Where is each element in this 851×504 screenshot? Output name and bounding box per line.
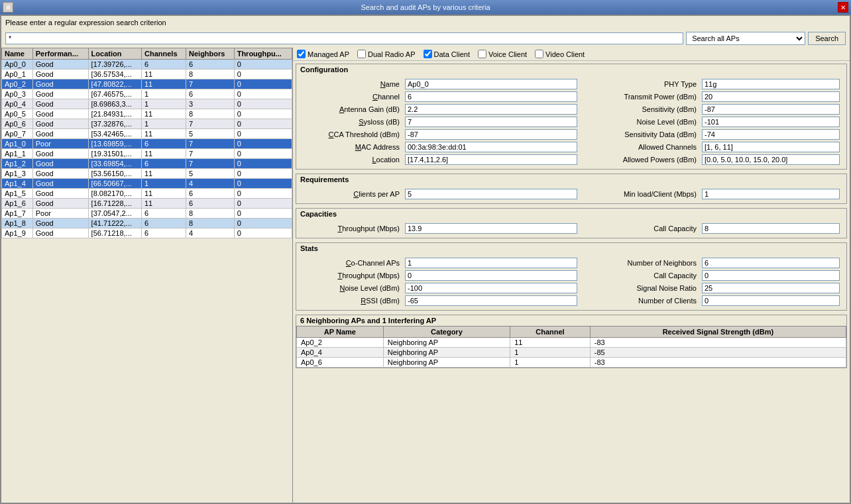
table-row[interactable]: Ap1_3Good[53.56150,...1150 <box>2 169 292 179</box>
form-field[interactable] <box>702 117 840 127</box>
neighbors-title: 6 Neighboring APs and 1 Interfering AP <box>296 315 846 326</box>
app-icon: 🖥 <box>3 2 13 13</box>
form-label: Clients per AP <box>303 190 402 198</box>
form-field[interactable] <box>702 91 840 102</box>
form-label: MAC Address <box>303 143 402 151</box>
form-field[interactable] <box>405 79 577 89</box>
form-label: Sensitivity Data (dBm) <box>580 130 699 138</box>
table-row[interactable]: Ap0_4Good[8.69863,3...130 <box>2 99 292 109</box>
form-label: Co-Channel APs <box>303 259 402 267</box>
ap-column-header: Channels <box>141 48 186 60</box>
table-row[interactable]: Ap0_2Neighboring AP11-83 <box>297 338 846 348</box>
checkbox-input[interactable] <box>424 50 432 58</box>
form-label: Name <box>303 80 402 88</box>
form-label: Signal Noise Ratio <box>580 284 699 292</box>
table-row[interactable]: Ap1_8Good[41.71222,...680 <box>2 219 292 228</box>
table-row[interactable]: Ap1_6Good[16.71228,...1160 <box>2 199 292 209</box>
table-row[interactable]: Ap1_1Good[19.31501,...1170 <box>2 149 292 159</box>
form-label: Throughput (Mbps) <box>303 225 402 232</box>
form-field[interactable] <box>405 154 577 165</box>
table-row[interactable]: Ap0_2Good[47.80822,...1170 <box>2 79 292 89</box>
form-label: Allowed Powers (dBm) <box>580 156 699 164</box>
form-field[interactable] <box>405 295 577 306</box>
form-label: Number of Clients <box>580 297 699 305</box>
stats-section: Stats Co-Channel APsNumber of NeighborsT… <box>296 242 847 311</box>
form-field[interactable] <box>702 189 840 199</box>
table-row[interactable]: Ap0_6Neighboring AP1-83 <box>297 358 846 368</box>
form-field[interactable] <box>405 270 577 281</box>
table-row[interactable]: Ap1_7Poor[37.0547,2...680 <box>2 209 292 219</box>
form-field[interactable] <box>405 142 577 152</box>
requirements-section: Requirements Clients per APMin load/Clie… <box>296 174 847 204</box>
form-field[interactable] <box>702 79 840 89</box>
configuration-section: Configuration NamePHY TypeChannelTransmi… <box>296 64 847 170</box>
checkbox-input[interactable] <box>297 50 306 58</box>
table-row[interactable]: Ap0_0Good[17.39726,...660 <box>2 60 292 70</box>
table-row[interactable]: Ap0_1Good[36.57534,...1180 <box>2 70 292 79</box>
checkbox-item: Video Client <box>535 50 585 58</box>
ap-column-header: Neighbors <box>186 48 235 60</box>
form-label: PHY Type <box>580 80 699 88</box>
table-row[interactable]: Ap1_9Good[56.71218,...640 <box>2 228 292 238</box>
table-row[interactable]: Ap1_5Good[8.082170,...1160 <box>2 189 292 199</box>
search-input[interactable] <box>5 32 683 44</box>
form-field[interactable] <box>405 189 577 199</box>
checkbox-label: Managed AP <box>308 50 349 58</box>
table-row[interactable]: Ap0_7Good[53.42465,...1150 <box>2 129 292 139</box>
configuration-content: NamePHY TypeChannelTransmit Power (dBm)A… <box>296 75 846 169</box>
form-field[interactable] <box>405 129 577 140</box>
table-row[interactable]: Ap0_3Good[67.46575,...160 <box>2 89 292 99</box>
checkbox-item: Managed AP <box>297 50 349 58</box>
capacities-section: Capacities Throughput (Mbps)Call Capacit… <box>296 208 847 238</box>
form-label: Noise Level (dBm) <box>580 118 699 126</box>
form-field[interactable] <box>702 270 840 281</box>
requirements-title: Requirements <box>296 174 846 185</box>
form-field[interactable] <box>702 283 840 293</box>
form-label: Channel <box>303 93 402 101</box>
ap-column-header: Performan... <box>32 48 88 60</box>
table-row[interactable]: Ap1_0Poor[13.69859,...670 <box>2 139 292 149</box>
checkbox-input[interactable] <box>357 50 366 58</box>
neighbor-table: AP NameCategoryChannelReceived Signal St… <box>296 326 846 368</box>
table-row[interactable]: Ap0_5Good[21.84931,...1180 <box>2 109 292 119</box>
stats-content: Co-Channel APsNumber of NeighborsThrough… <box>296 254 846 310</box>
table-row[interactable]: Ap0_6Good[37.32876,...170 <box>2 119 292 129</box>
search-button[interactable]: Search <box>808 32 846 45</box>
form-field[interactable] <box>405 283 577 293</box>
form-field[interactable] <box>702 258 840 268</box>
table-row[interactable]: Ap1_4Good[66.50667,...140 <box>2 179 292 189</box>
form-field[interactable] <box>702 223 840 234</box>
form-field[interactable] <box>702 154 840 165</box>
search-bar: Search all APs Search <box>1 29 850 48</box>
requirements-content: Clients per APMin load/Client (Mbps) <box>296 185 846 203</box>
table-row[interactable]: Ap1_2Good[33.69854,...670 <box>2 159 292 169</box>
table-row[interactable]: Ap0_4Neighboring AP1-85 <box>297 348 846 358</box>
scope-select[interactable]: Search all APs <box>686 32 805 45</box>
form-label: Call Capacity <box>580 272 699 279</box>
checkbox-item: Voice Client <box>478 50 527 58</box>
form-field[interactable] <box>702 129 840 140</box>
content-area: NamePerforman...LocationChannelsNeighbor… <box>1 48 850 503</box>
right-panel: Managed APDual Radio APData ClientVoice … <box>293 48 850 503</box>
checkbox-label: Voice Client <box>488 50 527 58</box>
form-label: Allowed Channels <box>580 143 699 151</box>
form-label: Call Capacity <box>580 225 699 232</box>
form-field[interactable] <box>405 104 577 115</box>
checkbox-input[interactable] <box>478 50 486 58</box>
main-container: Please enter a regular expression search… <box>0 15 851 504</box>
form-field[interactable] <box>702 295 840 306</box>
form-field[interactable] <box>405 258 577 268</box>
neighbors-section: 6 Neighboring APs and 1 Interfering AP A… <box>296 315 847 368</box>
form-label: Transmit Power (dBm) <box>580 93 699 101</box>
form-field[interactable] <box>405 91 577 102</box>
form-label: Sensitivity (dBm) <box>580 105 699 113</box>
close-button[interactable]: ✕ <box>838 2 848 13</box>
form-field[interactable] <box>405 223 577 234</box>
neighbor-table-header: AP NameCategoryChannelReceived Signal St… <box>297 327 846 338</box>
stats-title: Stats <box>296 243 846 254</box>
checkbox-input[interactable] <box>535 50 543 58</box>
form-field[interactable] <box>702 142 840 152</box>
checkboxes-bar: Managed APDual Radio APData ClientVoice … <box>293 48 850 61</box>
form-field[interactable] <box>405 117 577 127</box>
form-field[interactable] <box>702 104 840 115</box>
